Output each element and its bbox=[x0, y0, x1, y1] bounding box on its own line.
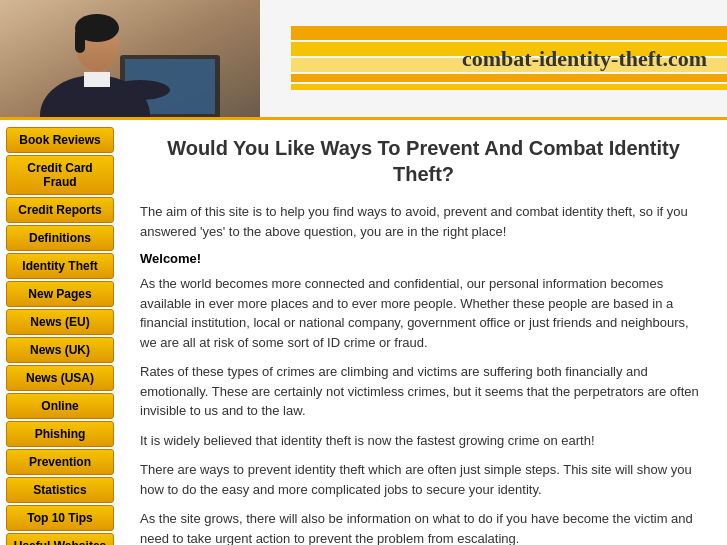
svg-rect-9 bbox=[84, 72, 110, 87]
header-photo bbox=[0, 0, 260, 120]
paragraph-rates: Rates of these types of crimes are climb… bbox=[140, 362, 707, 421]
sidebar-item-identity-theft[interactable]: Identity Theft bbox=[6, 253, 114, 279]
sidebar-item-news-usa[interactable]: News (USA) bbox=[6, 365, 114, 391]
site-header: combat-identity-theft.com bbox=[0, 0, 727, 120]
sidebar-item-book-reviews[interactable]: Book Reviews bbox=[6, 127, 114, 153]
sidebar-item-phishing[interactable]: Phishing bbox=[6, 421, 114, 447]
sidebar-item-news-eu[interactable]: News (EU) bbox=[6, 309, 114, 335]
main-layout: Book Reviews Credit Card Fraud Credit Re… bbox=[0, 120, 727, 545]
sidebar-item-statistics[interactable]: Statistics bbox=[6, 477, 114, 503]
sidebar-item-news-uk[interactable]: News (UK) bbox=[6, 337, 114, 363]
svg-point-8 bbox=[110, 80, 170, 100]
page-heading: Would You Like Ways To Prevent And Comba… bbox=[140, 135, 707, 187]
sidebar-item-useful-websites[interactable]: Useful Websites bbox=[6, 533, 114, 545]
sidebar-item-definitions[interactable]: Definitions bbox=[6, 225, 114, 251]
paragraph-grows: As the site grows, there will also be in… bbox=[140, 509, 707, 545]
paragraph-connected: As the world becomes more connected and … bbox=[140, 274, 707, 352]
sidebar-item-credit-reports[interactable]: Credit Reports bbox=[6, 197, 114, 223]
sidebar-item-prevention[interactable]: Prevention bbox=[6, 449, 114, 475]
sidebar: Book Reviews Credit Card Fraud Credit Re… bbox=[0, 120, 120, 545]
paragraph-fastest: It is widely believed that identity thef… bbox=[140, 431, 707, 451]
svg-rect-7 bbox=[75, 28, 85, 53]
header-title-area: combat-identity-theft.com bbox=[462, 46, 707, 72]
paragraph-ways: There are ways to prevent identity theft… bbox=[140, 460, 707, 499]
sidebar-item-credit-card-fraud[interactable]: Credit Card Fraud bbox=[6, 155, 114, 195]
site-title: combat-identity-theft.com bbox=[462, 46, 707, 71]
sidebar-item-new-pages[interactable]: New Pages bbox=[6, 281, 114, 307]
sidebar-item-top-10-tips[interactable]: Top 10 Tips bbox=[6, 505, 114, 531]
sidebar-item-online[interactable]: Online bbox=[6, 393, 114, 419]
main-content: Would You Like Ways To Prevent And Comba… bbox=[120, 120, 727, 545]
intro-paragraph: The aim of this site is to help you find… bbox=[140, 202, 707, 241]
welcome-label: Welcome! bbox=[140, 251, 707, 266]
